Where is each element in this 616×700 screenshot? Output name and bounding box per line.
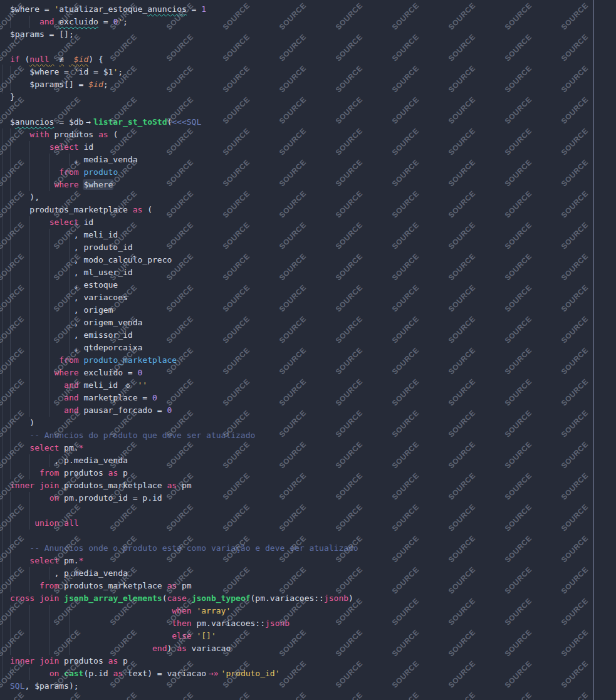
code-line[interactable]: , meli_id [0,229,616,241]
code-line[interactable]: and pausar_forcado = 0 [0,404,616,417]
indent-guide [10,404,11,417]
indent-guide [29,329,30,342]
code-line[interactable]: union all [0,517,616,530]
code-line[interactable]: , qtdeporcaixa [0,342,616,354]
indent-guide [10,179,11,191]
indent-guide [29,580,30,592]
indent-guide [29,467,30,479]
code-line[interactable]: else '[]' [0,630,616,642]
code-line[interactable]: on cast(p.id as text) = variacao→»'produ… [0,667,616,680]
code-line[interactable]: $where = 'id = $1'; [0,66,616,78]
code-token: inner join [10,656,59,666]
indent-guide [69,154,70,166]
code-token: on [50,493,60,503]
code-line[interactable]: where $where [0,179,616,191]
code-line[interactable] [0,504,616,517]
indent-guide [29,229,30,241]
code-line[interactable]: and marketplace = 0 [0,392,616,404]
indent-guide [69,279,70,291]
code-line[interactable]: , estoque [0,279,616,291]
code-line[interactable]: select id [0,141,616,154]
indent-guide [10,492,11,504]
code-line[interactable]: $params[] = $id; [0,78,616,91]
code-editor[interactable]: $where = 'atualizar_estoque_anuncios = 1… [0,0,616,700]
code-token: $where [83,180,113,189]
code-line[interactable]: and meli_id ◇ '' [0,379,616,392]
code-token: 1 [201,4,206,14]
code-line[interactable]: from produto [0,166,616,179]
indent-guide [50,454,50,467]
code-line[interactable]: -- Anuncios do produto que deve ser atua… [0,429,616,442]
indent-guide [69,229,70,241]
code-line[interactable]: select pm.* [0,442,616,454]
code-line[interactable]: , p.media_venda [0,454,616,467]
code-line[interactable]: ), [0,191,616,204]
indent-guide [10,229,11,241]
ruler-line [593,0,593,700]
code-line[interactable]: , origem_venda [0,316,616,329]
code-line[interactable]: from produtos as p [0,467,616,479]
indent-guide [29,342,30,354]
code-line[interactable]: with produtos as ( [0,128,616,141]
code-line[interactable]: where excluido = 0 [0,367,616,379]
code-line[interactable]: ) [0,417,616,429]
code-token: select [29,443,59,452]
code-token: ), [10,192,39,202]
code-token: SQL [10,681,24,691]
code-token: , $params); [24,681,78,691]
indent-guide [69,605,70,617]
code-line[interactable]: when 'array' [0,605,616,617]
indent-guide [10,567,11,580]
code-line[interactable]: , media_venda [0,154,616,166]
code-line[interactable]: , origem [0,304,616,316]
code-line[interactable]: select id [0,216,616,229]
code-token: where [54,180,78,189]
code-line[interactable]: then pm.variacoes::jsonb [0,617,616,630]
indent-guide [10,16,11,28]
code-token: * [79,443,84,452]
code-line[interactable] [0,41,616,53]
indent-guide [10,517,11,530]
code-line[interactable]: , modo_calculo_preco [0,254,616,266]
code-line[interactable]: , ml_user_id [0,266,616,279]
indent-guide [69,304,70,316]
code-line[interactable]: and excluido = 0'; [0,16,616,28]
code-line[interactable]: -- Anuncios onde o produto esta como var… [0,542,616,555]
code-token: and [39,17,54,26]
code-line[interactable]: $where = 'atualizar_estoque_anuncios = 1 [0,3,616,16]
code-line[interactable] [0,103,616,116]
code-token: from [59,167,78,177]
code-line[interactable]: select pm.* [0,555,616,567]
code-line[interactable]: , p.media_venda [0,567,616,580]
code-line[interactable]: , produto_id [0,241,616,254]
code-token: produtos_marketplace [59,481,167,490]
code-line[interactable]: , emissor_id [0,329,616,342]
code-token: ) { [88,55,103,64]
code-line[interactable]: cross join jsonb_array_elements(case jso… [0,592,616,605]
code-token [10,468,39,478]
code-line[interactable]: on pm.produto_id = p.id [0,492,616,504]
code-token: -- Anuncios onde o produto esta como var… [29,543,358,553]
code-line[interactable]: from produto_marketplace [0,354,616,367]
code-line[interactable]: if (null ≢ $id) { [0,53,616,66]
code-line[interactable]: from produtos_marketplace as pm [0,580,616,592]
code-line[interactable]: produtos_marketplace as ( [0,204,616,216]
indent-guide [69,342,70,354]
code-line[interactable]: , variacoes [0,291,616,304]
code-token: (pm.variacoes:: [251,593,324,603]
code-line[interactable]: $params = []; [0,28,616,41]
code-line[interactable]: inner join produtos as p [0,655,616,667]
code-line[interactable]: $anuncios = $db→listar_st_toStd(<<<SQL [0,116,616,128]
code-line[interactable] [0,530,616,542]
indent-guide [50,166,50,179]
indent-guide [10,617,11,630]
code-line[interactable]: end) as variacao [0,642,616,655]
code-line[interactable]: } [0,91,616,103]
code-line[interactable]: inner join produtos_marketplace as pm [0,479,616,492]
code-area[interactable]: $where = 'atualizar_estoque_anuncios = 1… [0,0,616,700]
code-line[interactable]: SQL, $params); [0,680,616,692]
code-token: ≢ [54,53,68,66]
indent-guide [10,367,11,379]
code-token: as [167,581,177,590]
code-token: as [177,644,187,653]
